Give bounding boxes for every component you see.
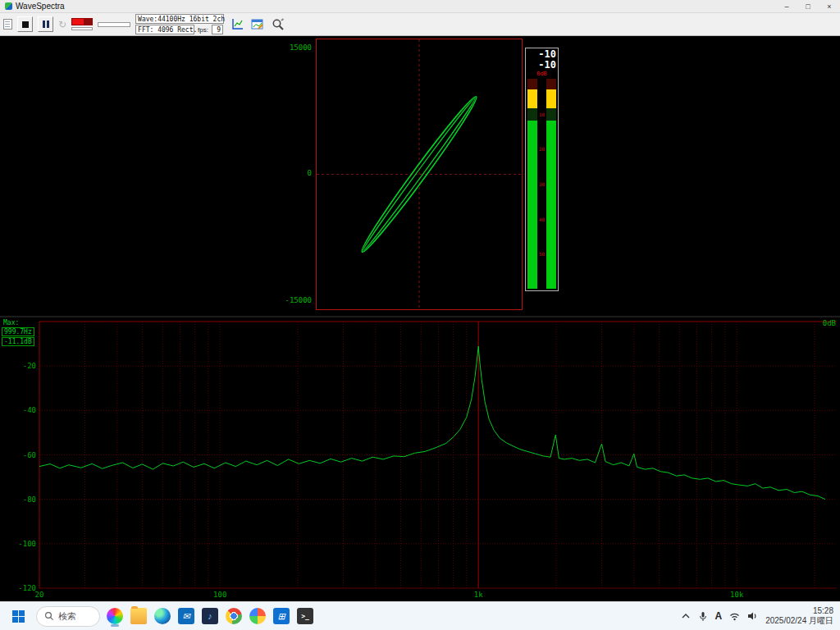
clock-date: 2025/02/24 月曜日 (765, 616, 833, 626)
taskbar-icon-store[interactable] (272, 605, 291, 627)
graph-edit-icon (251, 18, 264, 31)
system-tray: A 15:28 2025/02/24 月曜日 (681, 606, 834, 626)
close-button[interactable]: × (819, 0, 840, 12)
minimize-button[interactable]: – (776, 0, 797, 12)
meter-tick-label: 10 (538, 111, 546, 116)
chrome-icon (226, 608, 242, 624)
peak-readout-right: -10 (527, 60, 556, 71)
meter-display-button[interactable] (229, 16, 244, 32)
taskbar-search[interactable]: 検索 (36, 606, 100, 627)
spectrum-y-label: -100 (18, 540, 36, 548)
taskbar-icon-photos[interactable] (248, 605, 267, 627)
scope-section: 15000 0 -15000 -10 -10 0dB 1020304050 (0, 36, 840, 316)
meter-bars: 1020304050 (527, 78, 556, 289)
clock-time: 15:28 (765, 606, 833, 616)
axes-icon (231, 18, 244, 31)
record-indicator-group (71, 18, 93, 30)
spectrum-y-label: -20 (23, 362, 36, 370)
loop-icon[interactable]: ↻ (58, 19, 66, 30)
photos-icon (249, 608, 266, 624)
start-button[interactable] (5, 605, 31, 628)
titlebar-drag-area[interactable] (65, 0, 776, 12)
network-icon[interactable] (729, 612, 740, 621)
app-icon (5, 2, 12, 10)
ime-indicator[interactable]: A (715, 610, 723, 622)
spectrum-y-label: -80 (23, 495, 36, 504)
store-icon (273, 608, 290, 624)
fft-settings-field: FFT: 4096 Rect. (135, 25, 194, 34)
spectrum-trace (39, 346, 825, 500)
taskbar-icon-chrome[interactable] (224, 605, 244, 627)
pause-button[interactable] (38, 16, 53, 32)
taskbar-icon-file-explorer[interactable] (129, 605, 148, 627)
taskbar-app-icons (105, 605, 315, 627)
peak-readout-overlay: Max: 999.7Hz -11.1dB (2, 319, 34, 346)
lissajous-axis-zero: 0 (276, 169, 312, 177)
taskbar-icon-edge[interactable] (153, 605, 172, 627)
taskbar-clock[interactable]: 15:28 2025/02/24 月曜日 (765, 606, 833, 626)
max-frequency-readout: 999.7Hz (2, 327, 34, 336)
wave-format-field: Wave:44100Hz 16bit 2ch (135, 14, 224, 24)
windows-logo-icon (12, 610, 25, 623)
toolbar: ↻ Wave:44100Hz 16bit 2ch FFT: 4096 Rect.… (0, 13, 840, 36)
stream-info-group: Wave:44100Hz 16bit 2ch FFT: 4096 Rect. f… (135, 14, 224, 34)
maximize-button[interactable]: □ (797, 0, 819, 12)
spectrum-plot: -20-40-60-80-100-120201001k10k (0, 317, 840, 601)
window-title: WaveSpectra (16, 2, 65, 11)
outlook-icon (178, 608, 194, 624)
speaker-icon[interactable] (747, 611, 758, 621)
max-level-readout: -11.1dB (2, 337, 34, 346)
spectrum-x-label: 1k (474, 591, 483, 599)
meter-tick-label: 30 (538, 181, 546, 187)
media-player-icon (202, 608, 218, 624)
title-bar: WaveSpectra – □ × (0, 0, 840, 13)
meter-tick-label: 50 (538, 251, 546, 257)
fps-value-field: 9 (212, 25, 223, 34)
graph-settings-button[interactable] (249, 16, 265, 32)
stop-icon (22, 21, 29, 28)
meter-scale-top-label: 0dB (527, 71, 556, 78)
spectrum-x-label: 100 (213, 591, 226, 599)
meter-tick-labels: 1020304050 (538, 79, 546, 289)
spectrum-x-label: 20 (35, 591, 44, 599)
edge-icon (154, 608, 171, 624)
file-explorer-icon (130, 608, 147, 624)
stop-button[interactable] (17, 16, 33, 32)
spectrum-x-label: 10k (730, 591, 744, 599)
level-bar-right (546, 79, 556, 289)
lissajous-axis-min: -15000 (276, 296, 312, 304)
magnifier-wrench-icon (272, 18, 285, 31)
taskbar-icon-outlook[interactable] (176, 605, 196, 627)
search-placeholder: 検索 (58, 610, 76, 623)
analyzer-settings-button[interactable] (270, 16, 285, 32)
meter-tick-label: 20 (538, 146, 546, 152)
spectrum-y-label: -120 (18, 584, 36, 592)
search-icon (44, 611, 54, 621)
position-slider[interactable] (98, 22, 130, 27)
tray-chevron-icon[interactable] (681, 611, 691, 621)
spectrum-zero-db-label: 0dB (823, 319, 836, 327)
spectrum-section: -20-40-60-80-100-120201001k10k Max: 999.… (0, 317, 840, 601)
max-label: Max: (2, 319, 34, 326)
fps-label: fps: (198, 26, 209, 34)
level-bar-left (527, 79, 537, 289)
spectrum-axis-labels: -20-40-60-80-100-120201001k10k (18, 362, 744, 599)
lissajous-panel (316, 39, 523, 310)
terminal-icon (297, 608, 313, 624)
meter-tick-label: 40 (538, 216, 546, 221)
wavespectra-icon (107, 608, 123, 624)
taskbar-icon-media-player[interactable] (200, 605, 220, 627)
record-level-slider[interactable] (71, 27, 93, 30)
spectrum-grid (39, 322, 837, 588)
spectrum-y-label: -40 (23, 406, 36, 414)
taskbar-icon-terminal[interactable] (295, 605, 315, 627)
record-level-indicator (71, 18, 93, 25)
spectrum-y-label: -60 (23, 451, 36, 459)
taskbar-icon-wavespectra[interactable] (105, 605, 125, 627)
pause-icon (43, 21, 49, 28)
open-file-icon[interactable] (3, 19, 12, 30)
taskbar: 検索 A 15:28 2025/02/24 月曜日 (0, 601, 840, 630)
lissajous-plot (317, 39, 522, 309)
lissajous-axis-max: 15000 (276, 43, 312, 52)
microphone-icon[interactable] (698, 611, 708, 622)
